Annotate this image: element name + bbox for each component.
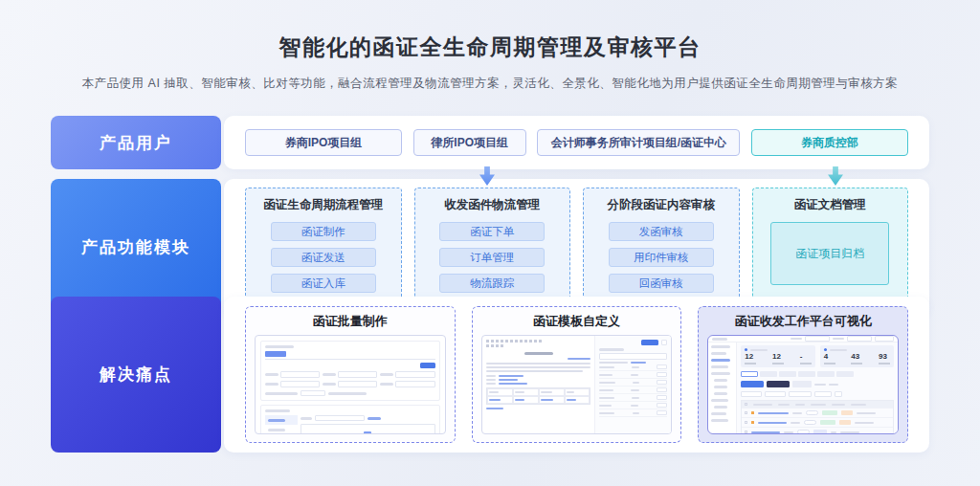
module-lifecycle: 函证生命周期流程管理 函证制作 函证发送 函证入库 — [245, 188, 402, 306]
dashboard-screenshot: 12 12 - 4 4 — [707, 335, 899, 434]
module-docs: 函证文档管理 函证项目归档 — [752, 188, 909, 306]
users-panel: 券商IPO项目组 律所IPO项目组 会计师事务所审计项目组/函证中心 券商质控部 — [224, 116, 929, 169]
stat-value: 4 — [824, 353, 835, 361]
module-item: 用印件审核 — [609, 248, 714, 267]
user-accounting-audit: 会计师事务所审计项目组/函证中心 — [537, 129, 740, 156]
user-lawfirm-ipo: 律所IPO项目组 — [413, 129, 526, 156]
pain-points-row: 解决痛点 函证批量制作 — [51, 297, 929, 444]
pain-card-title: 函证收发工作平台可视化 — [707, 313, 899, 330]
module-item: 订单管理 — [439, 248, 545, 267]
module-archive-item: 函证项目归档 — [770, 222, 889, 285]
page-subtitle: 本产品使用 AI 抽取、智能审核、比对等功能，融合流程管理及物流管理方案，灵活化… — [0, 76, 980, 92]
stat-value: 43 — [851, 353, 862, 361]
pain-card-title: 函证模板自定义 — [481, 313, 673, 330]
page-header: 智能化的函证全生命周期管理及审核平台 本产品使用 AI 抽取、智能审核、比对等功… — [0, 0, 980, 92]
user-broker-qc: 券商质控部 — [751, 129, 908, 156]
pain-card-title: 函证批量制作 — [255, 313, 446, 330]
product-users-row: 产品用户 券商IPO项目组 律所IPO项目组 会计师事务所审计项目组/函证中心 … — [51, 116, 929, 169]
module-item: 函证制作 — [271, 222, 376, 241]
stat-value: 12 — [745, 353, 756, 361]
template-editor-screenshot — [481, 335, 673, 434]
module-title: 收发函件物流管理 — [423, 197, 563, 213]
module-review: 分阶段函证内容审核 发函审核 用印件审核 回函审核 — [583, 188, 740, 306]
pain-card-template-custom: 函证模板自定义 — [472, 306, 682, 443]
user-broker-ipo: 券商IPO项目组 — [245, 129, 402, 156]
module-logistics: 收发函件物流管理 函证下单 订单管理 物流跟踪 — [414, 188, 571, 306]
stat-value: 93 — [879, 353, 890, 361]
module-item: 函证发送 — [271, 248, 376, 267]
row-label-modules: 产品功能模块 — [51, 179, 221, 315]
diagram-body: 产品用户 券商IPO项目组 律所IPO项目组 会计师事务所审计项目组/函证中心 … — [51, 116, 929, 444]
stat-group-outgoing: 12 12 - — [741, 345, 814, 367]
batch-create-screenshot — [255, 335, 446, 434]
module-item: 发函审核 — [609, 222, 714, 241]
row-label-pain: 解决痛点 — [51, 297, 221, 453]
module-title: 分阶段函证内容审核 — [591, 197, 731, 213]
module-item: 函证入库 — [271, 274, 376, 293]
stat-value: - — [800, 353, 812, 361]
stat-value: 12 — [772, 353, 784, 361]
page-title: 智能化的函证全生命周期管理及审核平台 — [0, 33, 980, 62]
function-modules-row: 产品功能模块 函证生命周期流程管理 函证制作 函证发送 函证入库 收发函件物流管… — [51, 179, 929, 292]
module-title: 函证文档管理 — [761, 197, 901, 213]
stat-group-incoming: 4 43 93 — [820, 345, 894, 367]
pain-card-batch-create: 函证批量制作 — [245, 306, 456, 443]
module-item: 物流跟踪 — [439, 274, 545, 293]
modules-panel: 函证生命周期流程管理 函证制作 函证发送 函证入库 收发函件物流管理 函证下单 … — [224, 179, 929, 315]
module-title: 函证生命周期流程管理 — [254, 197, 393, 213]
module-item: 函证下单 — [439, 222, 545, 241]
row-label-users: 产品用户 — [51, 116, 221, 169]
pain-card-dashboard: 函证收发工作平台可视化 — [698, 306, 908, 443]
pain-panel: 函证批量制作 — [224, 297, 929, 453]
module-item: 回函审核 — [609, 274, 714, 293]
